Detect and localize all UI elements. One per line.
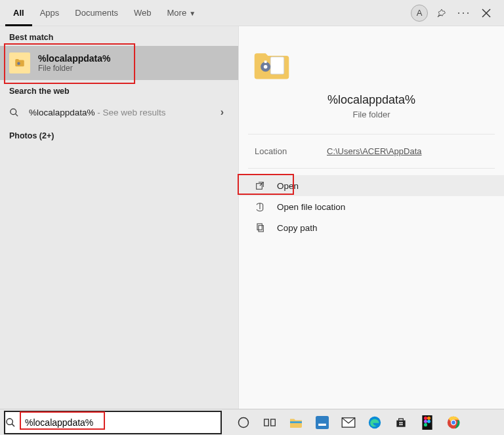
app-icon-blue[interactable] (315, 415, 329, 430)
account-avatar[interactable]: A (408, 2, 430, 24)
svg-rect-19 (318, 423, 326, 425)
folder-icon (9, 52, 30, 73)
svg-point-33 (452, 421, 455, 425)
open-icon (255, 180, 268, 191)
svg-rect-16 (271, 419, 276, 426)
action-open-file-location-label: Open file location (277, 202, 345, 212)
search-icon (9, 108, 21, 117)
svg-point-26 (424, 416, 427, 419)
preview-panel: %localappdata% File folder Location C:\U… (238, 26, 504, 409)
svg-rect-11 (259, 226, 263, 232)
svg-point-2 (17, 62, 20, 66)
figma-icon[interactable] (420, 415, 434, 430)
search-input[interactable] (25, 413, 220, 432)
more-options-icon[interactable]: ··· (453, 2, 475, 24)
file-explorer-icon[interactable] (289, 415, 303, 430)
copy-icon (255, 222, 268, 233)
svg-line-13 (12, 424, 14, 426)
tab-all[interactable]: All (5, 0, 32, 26)
action-open[interactable]: Open (239, 175, 504, 196)
results-panel: Best match %localappdata% File folder Se… (0, 26, 238, 409)
search-icon (5, 417, 25, 428)
location-link[interactable]: C:\Users\ACER\AppData (327, 146, 422, 156)
chrome-icon[interactable] (446, 415, 461, 430)
folder-large-icon (252, 45, 491, 84)
svg-point-27 (427, 416, 430, 419)
tab-more[interactable]: More▼ (159, 0, 204, 26)
chevron-right-icon: › (220, 106, 229, 118)
action-copy-path-label: Copy path (277, 223, 318, 233)
result-title: %localappdata% (38, 53, 110, 64)
photos-label: Photos (2+) (0, 125, 238, 144)
svg-rect-18 (316, 416, 329, 429)
search-tabs: All Apps Documents Web More▼ A ··· (0, 0, 504, 26)
svg-point-7 (264, 65, 268, 69)
divider (248, 168, 495, 169)
taskbar (0, 409, 504, 435)
svg-point-3 (10, 108, 16, 114)
folder-open-icon (255, 201, 268, 212)
svg-rect-5 (270, 57, 284, 74)
best-match-result[interactable]: %localappdata% File folder (0, 46, 238, 80)
avatar-letter: A (411, 5, 428, 22)
location-label: Location (255, 146, 327, 156)
svg-rect-25 (422, 415, 432, 430)
cortana-icon[interactable] (236, 415, 251, 430)
svg-line-4 (15, 114, 18, 116)
tab-apps[interactable]: Apps (32, 0, 68, 26)
mail-icon[interactable] (341, 415, 356, 430)
svg-rect-17 (290, 421, 302, 423)
feedback-icon[interactable] (430, 2, 453, 24)
svg-rect-24 (401, 424, 402, 425)
svg-point-28 (424, 419, 427, 423)
svg-rect-22 (401, 422, 402, 423)
web-result-text: %localappdata% - See web results (29, 108, 166, 117)
svg-point-30 (424, 423, 427, 426)
tab-web[interactable]: Web (126, 0, 159, 26)
location-row: Location C:\Users\ACER\AppData (239, 135, 504, 168)
search-box[interactable] (4, 411, 222, 434)
preview-subtitle: File folder (252, 110, 491, 119)
tab-documents[interactable]: Documents (67, 0, 126, 26)
result-subtitle: File folder (38, 64, 110, 73)
edge-icon[interactable] (368, 415, 382, 430)
preview-title: %localappdata% (252, 93, 491, 107)
task-view-icon[interactable] (262, 415, 277, 430)
svg-point-14 (239, 417, 249, 427)
search-web-label: Search the web (0, 80, 238, 100)
close-icon[interactable] (475, 2, 497, 24)
action-copy-path[interactable]: Copy path (239, 217, 504, 238)
svg-rect-21 (400, 422, 401, 423)
svg-rect-8 (264, 60, 267, 63)
action-open-file-location[interactable]: Open file location (239, 196, 504, 217)
svg-rect-23 (400, 424, 401, 425)
svg-rect-15 (264, 419, 269, 426)
svg-rect-10 (257, 224, 262, 230)
action-open-label: Open (277, 181, 299, 191)
best-match-label: Best match (0, 26, 238, 46)
web-result-item[interactable]: %localappdata% - See web results › (0, 100, 238, 125)
svg-point-29 (427, 419, 430, 423)
store-icon[interactable] (394, 415, 408, 430)
svg-point-12 (7, 419, 12, 425)
